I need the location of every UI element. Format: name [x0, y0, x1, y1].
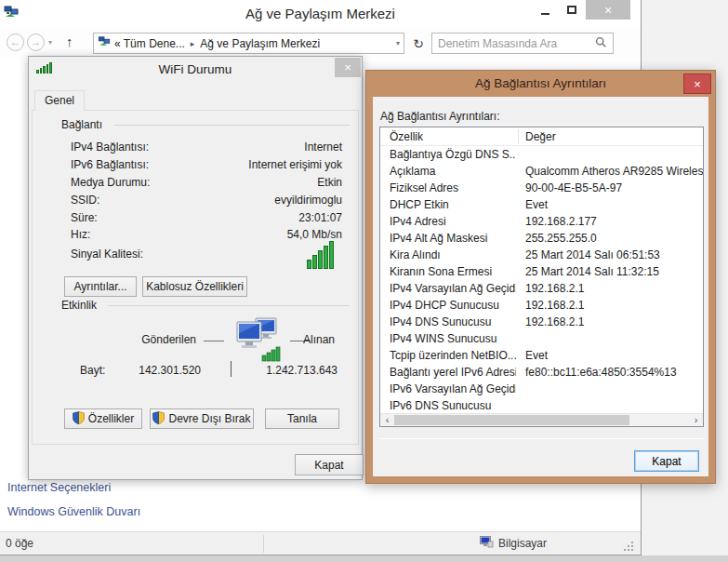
detail-value: 25 Mart 2014 Salı 06:51:53: [516, 248, 703, 261]
maximize-button[interactable]: [559, 0, 585, 20]
detail-property: Fiziksel Adres: [380, 181, 516, 194]
search-input[interactable]: [438, 37, 595, 50]
detail-row[interactable]: IPv4 DNS Sunucusu192.168.2.1: [380, 314, 703, 330]
detail-row[interactable]: Bağlantıya Özgü DNS S...: [380, 146, 703, 163]
address-bar[interactable]: « Tüm Dene... ▸ Ağ ve Paylaşım Merkezi ▾: [93, 33, 404, 54]
activity-group-line: [108, 305, 350, 306]
breadcrumb-current[interactable]: Ağ ve Paylaşım Merkezi: [200, 37, 320, 50]
scroll-right-icon[interactable]: ›: [689, 414, 703, 426]
column-divider[interactable]: [518, 129, 519, 144]
uac-shield-icon: [152, 411, 165, 427]
detail-row[interactable]: IPv4 Adresi192.168.2.177: [380, 213, 703, 230]
status-bar: 0 öğe Bilgisayar: [0, 531, 641, 555]
bytes-received-value: 1.242.713.643: [243, 364, 338, 377]
history-dropdown-icon[interactable]: ▾: [48, 38, 52, 47]
connection-row-label: Süre:: [71, 211, 98, 224]
sent-connector-line: [204, 341, 224, 341]
column-header-value[interactable]: Değer: [525, 130, 556, 143]
detail-value: Evet: [516, 349, 703, 362]
details-list-label: Ağ Bağlantısı Ayrıntıları:: [380, 110, 500, 123]
detail-property: Bağlantıya Özgü DNS S...: [380, 148, 516, 161]
properties-button[interactable]: Özellikler: [64, 408, 142, 429]
detail-property: IPv4 DHCP Sunucusu: [380, 299, 516, 312]
detail-property: Tcpip üzerinden NetBIO...: [380, 349, 516, 362]
link-windows-firewall[interactable]: Windows Güvenlik Duvarı: [7, 505, 140, 518]
sent-label: Gönderilen: [122, 333, 196, 346]
back-icon[interactable]: ←: [7, 33, 24, 51]
detail-value: 192.168.2.1: [516, 315, 703, 328]
tab-genel[interactable]: Genel: [34, 90, 85, 111]
bottom-strip: [0, 555, 728, 562]
detail-property: IPv4 Adresi: [380, 215, 516, 228]
detail-property: IPv4 Alt Ağ Maskesi: [380, 232, 516, 245]
detail-property: IPv4 WINS Sunucusu: [380, 332, 516, 345]
details-button[interactable]: Ayrıntılar...: [64, 276, 137, 297]
connection-row: IPv4 Bağlantısı:Internet: [71, 139, 342, 156]
refresh-icon[interactable]: ↻: [409, 33, 428, 54]
detail-row[interactable]: IPv4 Varsayılan Ağ Geçidi192.168.2.1: [380, 280, 703, 297]
forward-icon[interactable]: →: [27, 33, 45, 51]
connection-row: Medya Durumu:Etkin: [71, 174, 342, 192]
detail-row[interactable]: IPv6 Varsayılan Ağ Geçidi: [380, 381, 703, 397]
close-button[interactable]: ×: [586, 0, 630, 20]
detail-row[interactable]: Bağlantı yerel IPv6 Adresife80::bc11:e6a…: [380, 364, 703, 381]
link-internet-options[interactable]: Internet Seçenekleri: [7, 481, 111, 494]
computer-label: Bilgisayar: [498, 537, 547, 550]
column-header-property[interactable]: Özellik: [390, 130, 423, 143]
detail-property: IPv6 Varsayılan Ağ Geçidi: [380, 382, 516, 395]
address-network-icon: [98, 36, 111, 51]
computer-icon: [480, 536, 494, 551]
navigation-toolbar: ← → ▾ ↑ « Tüm Dene... ▸ Ağ ve Paylaşım M…: [0, 28, 641, 58]
detail-row[interactable]: IPv6 DNS Sunucusu: [380, 397, 703, 414]
connection-row-label: IPv6 Bağlantısı:: [71, 158, 149, 171]
connection-row: Hız:54,0 Mb/sn: [71, 226, 342, 244]
scroll-left-icon[interactable]: ‹: [380, 414, 394, 426]
minimize-button[interactable]: [532, 0, 558, 20]
detail-row[interactable]: IPv4 Alt Ağ Maskesi255.255.255.0: [380, 230, 703, 247]
connection-row: Süre:23:01:07: [71, 208, 342, 226]
details-kapat-button[interactable]: Kapat: [634, 450, 699, 472]
bytes-sent-value: 142.301.520: [122, 364, 201, 377]
connection-row-value: 23:01:07: [298, 211, 342, 224]
detail-row[interactable]: Fiziksel Adres90-00-4E-B5-5A-97: [380, 180, 703, 196]
detail-value: 192.168.2.177: [516, 215, 703, 228]
horizontal-scrollbar[interactable]: ‹ ›: [380, 413, 703, 426]
footer-separator: [379, 438, 704, 439]
status-separator: [263, 535, 264, 553]
address-dropdown-icon[interactable]: ▾: [396, 39, 400, 47]
connection-row-value: Internet: [304, 140, 342, 154]
detail-row[interactable]: Kiranın Sona Ermesi25 Mart 2014 Salı 11:…: [380, 263, 703, 280]
detail-row[interactable]: IPv4 DHCP Sunucusu192.168.2.1: [380, 297, 703, 314]
up-icon[interactable]: ↑: [66, 33, 73, 49]
connection-row-label: SSID:: [71, 194, 99, 207]
connection-group-line: [114, 125, 350, 126]
wireless-properties-button[interactable]: Kablosuz Özellikleri: [142, 276, 247, 297]
detail-row[interactable]: IPv4 WINS Sunucusu: [380, 330, 703, 347]
detail-property: Kira Alındı: [380, 248, 516, 261]
detail-row[interactable]: Tcpip üzerinden NetBIO...Evet: [380, 347, 703, 364]
scrollbar-thumb[interactable]: [394, 415, 629, 425]
detail-property: Açıklama: [380, 165, 516, 178]
detail-value: 90-00-4E-B5-5A-97: [516, 181, 703, 194]
details-close-icon[interactable]: ×: [683, 74, 711, 94]
detail-value: 25 Mart 2014 Salı 11:32:15: [516, 265, 703, 278]
detail-row[interactable]: DHCP EtkinEvet: [380, 196, 703, 213]
detail-row[interactable]: Kira Alındı25 Mart 2014 Salı 06:51:53: [380, 247, 703, 263]
search-box: [431, 33, 614, 54]
detail-property: IPv6 DNS Sunucusu: [380, 399, 516, 412]
title-bar: Ağ ve Paylaşım Merkezi ×: [0, 0, 641, 28]
wifi-close-icon[interactable]: ×: [335, 58, 361, 77]
computer-status: Bilgisayar: [480, 536, 547, 551]
diagnose-button[interactable]: Tanıla: [265, 408, 339, 429]
wifi-kapat-button[interactable]: Kapat: [295, 454, 364, 475]
detail-row[interactable]: AçıklamaQualcomm Atheros AR9285 Wireless…: [380, 163, 703, 180]
disable-button[interactable]: Devre Dışı Bırak: [150, 408, 254, 429]
listview-rows: Bağlantıya Özgü DNS S...AçıklamaQualcomm…: [380, 146, 703, 414]
activity-group-label: Etkinlik: [61, 299, 97, 312]
signal-quality-label: Sinyal Kalitesi:: [71, 248, 143, 261]
connection-row-label: Hız:: [71, 228, 90, 241]
detail-property: IPv4 Varsayılan Ağ Geçidi: [380, 282, 516, 295]
breadcrumb-root[interactable]: « Tüm Dene...: [114, 37, 185, 50]
search-icon[interactable]: [595, 36, 607, 51]
resize-grip[interactable]: [624, 542, 633, 551]
